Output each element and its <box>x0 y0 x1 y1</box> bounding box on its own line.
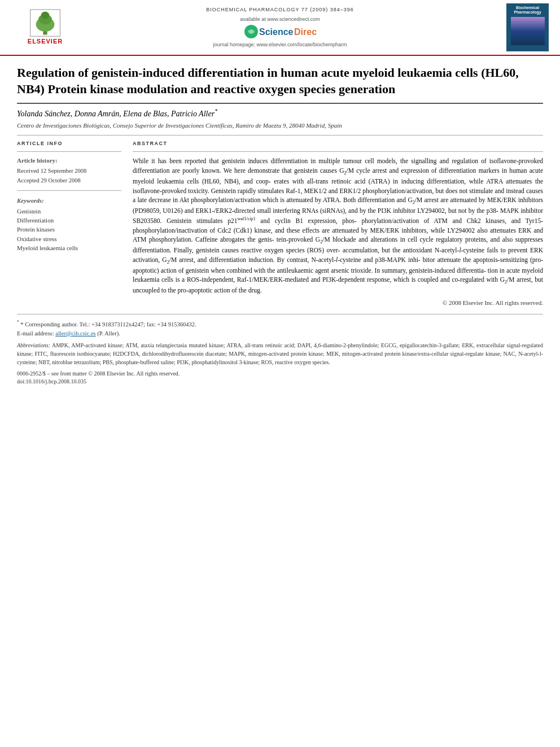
abbreviations-text: AMPK, AMP-activated kinase; ATM, ataxia … <box>17 342 543 365</box>
bp-cover-title: Biochemical Pharmacology <box>514 6 541 15</box>
authors: Yolanda Sánchez, Donna Amrán, Elena de B… <box>17 107 543 119</box>
abbreviations-label: Abbreviations: <box>17 342 50 348</box>
keyword-myeloid: Myeloid leukaemia cells <box>17 244 121 252</box>
corresponding-author: * * Corresponding author. Tel.: +34 9183… <box>17 319 543 338</box>
elsevier-logo-area: ELSEVIER <box>11 9 79 46</box>
bp-cover-image <box>511 17 545 45</box>
history-label: Article history: <box>17 156 121 165</box>
keyword-oxidative-stress: Oxidative stress <box>17 235 121 243</box>
page-header: ELSEVIER BIOCHEMICAL PHARMACOLOGY 77 (20… <box>0 0 560 56</box>
abstract-divider <box>133 151 543 152</box>
abstract-column: ABSTRACT While it has been reported that… <box>133 140 543 308</box>
svg-text:Direct: Direct <box>294 27 317 37</box>
article-title: Regulation of genistein-induced differen… <box>17 65 543 97</box>
two-column-layout: ARTICLE INFO Article history: Received 1… <box>17 140 543 308</box>
sciencedirect-logo-svg: Science Direct <box>243 24 317 40</box>
license-line1: 0006-2952/$ – see front matter © 2008 El… <box>17 370 543 378</box>
article-info-divider <box>17 151 121 152</box>
license-line2: doi:10.1016/j.bcp.2008.10.035 <box>17 378 543 386</box>
elsevier-tree-icon <box>28 9 62 37</box>
elsevier-name-text: ELSEVIER <box>28 37 63 46</box>
article-info-column: ARTICLE INFO Article history: Received 1… <box>17 140 121 308</box>
email-label: E-mail address: <box>17 330 54 337</box>
main-content: Regulation of genistein-induced differen… <box>0 56 560 391</box>
keywords-label: Keywords: <box>17 196 121 205</box>
accepted-date: Accepted 29 October 2008 <box>17 177 121 185</box>
sciencedirect-logo: available at www.sciencedirect.com Scien… <box>213 16 347 49</box>
bp-journal-cover: Biochemical Pharmacology <box>506 3 549 51</box>
journal-homepage: journal homepage: www.elsevier.com/locat… <box>213 41 347 49</box>
svg-text:Science: Science <box>259 27 294 37</box>
keyword-genistein: Genistein <box>17 207 121 216</box>
header-center: BIOCHEMICAL PHARMACOLOGY 77 (2009) 384–3… <box>79 6 481 49</box>
received-date: Received 12 September 2008 <box>17 167 121 176</box>
available-text: available at www.sciencedirect.com <box>240 16 320 23</box>
keywords-divider <box>17 190 121 191</box>
abstract-text: While it has been reported that genistei… <box>133 156 543 295</box>
corresponding-email[interactable]: aller@cib.csic.es <box>55 330 95 337</box>
affiliation-divider <box>17 135 543 136</box>
elsevier-logo: ELSEVIER <box>11 9 79 46</box>
affiliation: Centro de Investigaciones Biológicas, Co… <box>17 121 543 130</box>
abstract-section-label: ABSTRACT <box>133 140 543 147</box>
article-info-label: ARTICLE INFO <box>17 140 121 147</box>
title-divider <box>17 103 543 104</box>
email-attribution: (P. Aller). <box>97 330 120 337</box>
journal-title-top: BIOCHEMICAL PHARMACOLOGY 77 (2009) 384–3… <box>206 6 354 14</box>
keyword-protein-kinases: Protein kinases <box>17 225 121 234</box>
keyword-differentiation: Differentiation <box>17 216 121 225</box>
sd-logo-box: Science Direct <box>243 24 317 40</box>
page: ELSEVIER BIOCHEMICAL PHARMACOLOGY 77 (20… <box>0 0 560 747</box>
svg-point-3 <box>41 11 50 19</box>
authors-text: Yolanda Sánchez, Donna Amrán, Elena de B… <box>17 110 217 118</box>
corresponding-label: * Corresponding author. <box>20 321 78 327</box>
footer-section: * * Corresponding author. Tel.: +34 9183… <box>17 314 543 386</box>
corresponding-tel: Tel.: +34 918373112x4247; fax: +34 91536… <box>80 321 196 327</box>
abbreviations: Abbreviations: AMPK, AMP-activated kinas… <box>17 341 543 366</box>
copyright-text: © 2008 Elsevier Inc. All rights reserved… <box>133 299 543 307</box>
bp-journal-cover-area: Biochemical Pharmacology <box>481 3 549 51</box>
